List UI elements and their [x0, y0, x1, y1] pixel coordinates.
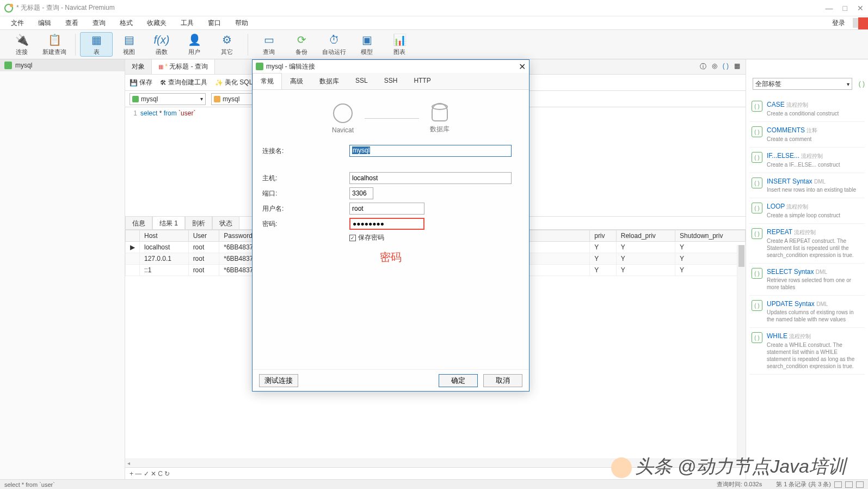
password-label: 密码: [262, 219, 349, 229]
host-input[interactable] [349, 172, 512, 184]
menu-edit[interactable]: 编辑 [32, 17, 58, 29]
tool-connect[interactable]: 🔌连接 [5, 33, 38, 56]
navicat-visual: Navicat [332, 103, 354, 134]
result-tab-status[interactable]: 状态 [212, 216, 239, 229]
conn-name-input[interactable]: mysql [349, 145, 512, 157]
tool-function[interactable]: f(x)函数 [145, 33, 178, 56]
tab-objects[interactable]: 对象 [125, 59, 152, 74]
beautify-sql-button[interactable]: ✨ 美化 SQL [215, 78, 253, 87]
menu-help[interactable]: 帮助 [229, 17, 255, 29]
menu-query[interactable]: 查询 [86, 17, 112, 29]
col-host[interactable]: Host [140, 230, 189, 242]
dlg-tab-general[interactable]: 常规 [253, 73, 282, 89]
tags-filter-combo[interactable]: 全部标签▾ [753, 78, 852, 90]
menu-window[interactable]: 窗口 [201, 17, 227, 29]
tool-query[interactable]: ▭查询 [253, 33, 285, 56]
tool-backup[interactable]: ⟳备份 [285, 33, 318, 56]
dlg-tab-ssh[interactable]: SSH [376, 73, 406, 89]
snippet-item[interactable]: ( )REPEAT 流程控制Create A REPEAT construct.… [749, 224, 865, 264]
menu-tools[interactable]: 工具 [174, 17, 200, 29]
user-input[interactable] [349, 203, 424, 215]
maximize-button[interactable]: □ [843, 4, 847, 13]
menu-file[interactable]: 文件 [4, 17, 30, 29]
snippet-icon: ( ) [752, 228, 762, 239]
snippet-item[interactable]: ( )SELECT Syntax DMLRetrieve rows select… [749, 264, 865, 296]
status-sql: select * from `user` [4, 481, 55, 488]
dlg-tab-advanced[interactable]: 高级 [282, 73, 311, 89]
connection-line-icon [365, 118, 419, 119]
tool-user[interactable]: 👤用户 [178, 33, 211, 56]
query-builder-button[interactable]: 🛠 查询创建工具 [160, 78, 207, 87]
status-box-icon[interactable] [845, 481, 853, 488]
dialog-close-button[interactable]: ✕ [519, 62, 526, 72]
status-box-icon[interactable] [834, 481, 842, 488]
col-priv[interactable]: priv [590, 230, 617, 242]
user-label: 用户名: [262, 204, 349, 213]
target-icon[interactable]: ◎ [712, 62, 717, 71]
tool-model[interactable]: ▣模型 [350, 33, 383, 56]
menubar: 文件 编辑 查看 查询 格式 收藏夹 工具 窗口 帮助 登录 [0, 16, 868, 29]
col-reload-priv[interactable]: Reload_priv [616, 230, 675, 242]
sidebar-item-mysql[interactable]: mysql [0, 59, 125, 71]
ok-button[interactable]: 确定 [439, 374, 478, 387]
checkbox-icon: ✓ [349, 235, 356, 241]
port-label: 端口: [262, 189, 349, 198]
tool-auto[interactable]: ⏱自动运行 [318, 33, 350, 56]
snippet-item[interactable]: ( )INSERT Syntax DMLInsert new rows into… [749, 173, 865, 198]
window-title: * 无标题 - 查询 - Navicat Premium [16, 3, 826, 13]
menu-favorites[interactable]: 收藏夹 [140, 17, 173, 29]
editor-gutter: 1 [127, 109, 140, 214]
dlg-tab-database[interactable]: 数据库 [311, 73, 347, 89]
result-tab-info[interactable]: 信息 [125, 216, 152, 229]
info-icon[interactable]: ⓘ [700, 62, 706, 71]
mysql-connection-icon [4, 62, 12, 69]
snippet-item[interactable]: ( )WHILE 流程控制Create a WHILE construct. T… [749, 328, 865, 375]
snippet-item[interactable]: ( )CASE 流程控制Create a conditional constru… [749, 96, 865, 122]
result-tab-result[interactable]: 结果 1 [152, 216, 185, 229]
snippet-item[interactable]: ( )IF...ELSE... 流程控制Create a IF...ELSE..… [749, 148, 865, 173]
save-password-checkbox[interactable]: ✓ 保存密码 [349, 233, 519, 242]
minimize-button[interactable]: — [826, 4, 833, 13]
tool-other[interactable]: ⚙其它 [211, 33, 243, 56]
tool-table[interactable]: ▦表 [80, 32, 113, 57]
result-tab-profile[interactable]: 剖析 [185, 216, 212, 229]
tool-new-query[interactable]: 📋新建查询 [38, 33, 71, 56]
status-box-icon[interactable] [856, 481, 864, 488]
dialog-title: mysql - 编辑连接 [266, 62, 315, 71]
password-input[interactable] [349, 218, 424, 230]
col-shutdown-priv[interactable]: Shutdown_priv [675, 230, 746, 242]
vertical-scrollbar[interactable]: ▴ [737, 245, 746, 459]
snippet-item[interactable]: ( )COMMENTS 注释Create a comment [749, 122, 865, 148]
toolbar-separator [75, 34, 76, 56]
menu-view[interactable]: 查看 [59, 17, 85, 29]
code-icon[interactable]: ( ) [723, 62, 729, 71]
connection-combo[interactable]: mysql▾ [130, 93, 206, 105]
snippet-icon: ( ) [752, 152, 762, 163]
snippets-sidebar: 全部标签▾ ( ) ( )CASE 流程控制Create a condition… [746, 59, 868, 479]
tab-untitled-query[interactable]: ▦ * 无标题 - 查询 [152, 59, 215, 74]
save-button[interactable]: 💾 保存 [130, 78, 152, 87]
port-input[interactable] [349, 187, 373, 199]
horizontal-scrollbar[interactable]: ◂▸ [125, 459, 746, 467]
record-nav-footer[interactable]: + — ✓ ✕ C ↻ [125, 467, 746, 479]
grid-icon[interactable]: ▦ [734, 62, 740, 71]
col-user[interactable]: User [188, 230, 219, 242]
dlg-tab-ssl[interactable]: SSL [347, 73, 376, 89]
test-connection-button[interactable]: 测试连接 [259, 374, 298, 387]
snippet-item[interactable]: ( )LOOP 流程控制Create a simple loop constru… [749, 198, 865, 224]
tool-view[interactable]: ▤视图 [113, 33, 145, 56]
close-button[interactable]: ✕ [857, 4, 864, 13]
login-link[interactable]: 登录 [828, 17, 849, 29]
dlg-tab-http[interactable]: HTTP [405, 73, 439, 89]
snippet-icon: ( ) [752, 126, 762, 137]
database-icon [214, 96, 220, 102]
menu-format[interactable]: 格式 [113, 17, 139, 29]
refresh-icon[interactable]: ( ) [859, 80, 865, 88]
snippet-item[interactable]: ( )UPDATE Syntax DMLUpdates columns of e… [749, 296, 865, 328]
cancel-button[interactable]: 取消 [483, 374, 522, 387]
edit-connection-dialog: mysql - 编辑连接 ✕ 常规 高级 数据库 SSL SSH HTTP Na… [252, 59, 530, 392]
database-combo[interactable]: mysql [211, 93, 255, 105]
snippet-icon: ( ) [752, 332, 762, 343]
tool-chart[interactable]: 📊图表 [383, 33, 416, 56]
sidebar-item-label: mysql [15, 62, 32, 69]
